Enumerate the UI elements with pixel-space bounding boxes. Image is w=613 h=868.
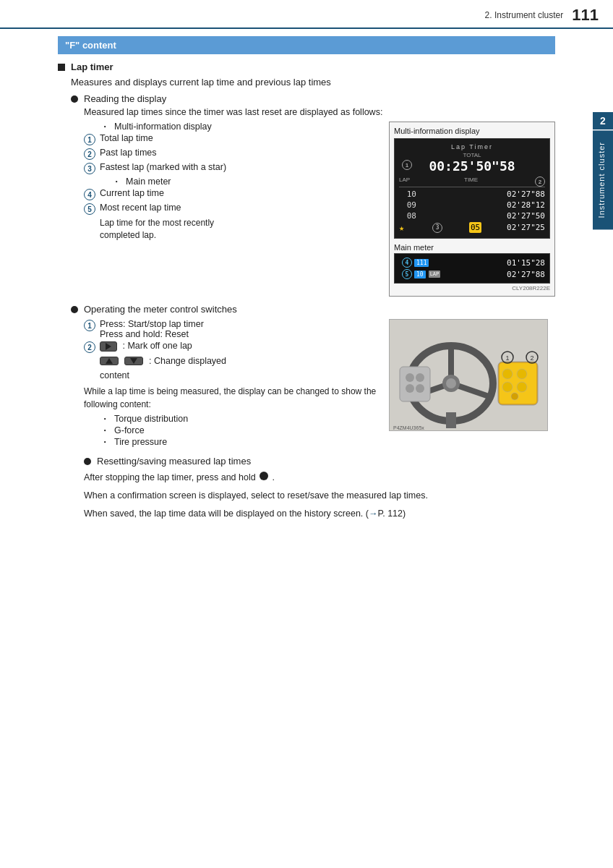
lcd-row-10: 10 02'27"88 [399, 189, 545, 200]
display-box-title: Multi-information display [394, 127, 550, 135]
op-circle-1: 1 [84, 320, 95, 331]
lcd-row-08: 08 02'27"50 [399, 210, 545, 221]
section-header: "F" content [58, 36, 555, 54]
svg-rect-19 [400, 367, 430, 401]
lcd-screen: Lap Timer TOTAL 1 00:25'50"58 LAP TIME 2 [394, 138, 550, 239]
lap-timer-label: Lap timer [71, 61, 113, 72]
op-item-1: 1 Press: Start/stop lap timer Press and … [84, 319, 377, 339]
resetting-label: Resetting/saving measured lap times [97, 456, 251, 467]
lap-num-10: 10 [399, 190, 416, 199]
svg-point-14 [511, 393, 518, 400]
tire-label: Tire pressure [114, 437, 167, 447]
op-circle-2: 2 [84, 341, 95, 353]
multi-info-item: ・ Multi-information display [100, 122, 377, 132]
lap-num-08: 08 [399, 211, 416, 221]
resetting-bullet: Resetting/saving measured lap times [84, 456, 555, 467]
main-content: "F" content Lap timer Measures and displ… [0, 29, 613, 539]
num-3-label: Fastest lap (marked with a star) [100, 162, 226, 172]
lap-timer-heading: Lap timer [58, 61, 555, 72]
arrow-right-icon [106, 343, 111, 350]
lap-num-09: 09 [399, 200, 416, 210]
meter-badge-1: 111 [414, 259, 429, 267]
side-tab-number: 2 [593, 112, 613, 129]
para2: When a confirmation screen is displayed,… [84, 489, 555, 503]
circle-1-icon: 1 [84, 134, 95, 145]
lcd-headers: LAP TIME 2 [399, 176, 545, 187]
left-column: ・ Multi-information display 1 Total lap … [84, 122, 377, 297]
main-meter-label: Main meter [394, 243, 550, 252]
display-box: Multi-information display Lap Timer TOTA… [389, 122, 555, 297]
op-item-1-text: Press: Start/stop lap timer [100, 319, 204, 329]
reading-display-bullet: Reading the display [71, 93, 555, 104]
arrow-p112: → [369, 509, 378, 519]
num-item-5: 5 Most recent lap time [84, 203, 377, 215]
main-meter-sub-label: Main meter [126, 176, 171, 187]
num-5-label: Most recent lap time [100, 203, 181, 213]
side-tab-label: Instrument cluster [593, 130, 613, 229]
lcd-total-label: TOTAL [399, 152, 545, 158]
two-col-layout: ・ Multi-information display 1 Total lap … [84, 122, 555, 297]
arrow-down-icon [130, 358, 137, 364]
bullet-icon [71, 95, 78, 103]
resetting-content: After stopping the lap timer, press and … [84, 471, 555, 520]
num-2-label: Past lap times [100, 148, 157, 158]
lcd-lap-timer-label: Lap Timer [399, 143, 545, 150]
lcd-total-time: 00:25'50"58 [429, 158, 515, 174]
svg-point-13 [517, 382, 527, 392]
hold-button-icon [260, 472, 268, 480]
torque-item: ・ Torque distribution [100, 414, 377, 424]
bullet-op-icon [71, 306, 78, 313]
circle-2-icon: 2 [84, 148, 95, 160]
operating-left-col: 1 Press: Start/stop lap timer Press and … [84, 319, 377, 448]
most-recent-desc: Lap time for the most recentlycompleted … [100, 217, 377, 242]
lap-badge: LAP [429, 271, 441, 278]
lap-time-10: 02'27"88 [507, 190, 545, 199]
meter-time-1: 01'15"28 [507, 258, 545, 268]
op-item-1-sub: Press and hold: Reset [100, 329, 204, 339]
bottom-space [0, 539, 613, 684]
while-text: While a lap time is being measured, the … [84, 385, 377, 411]
num-item-3: 3 Fastest lap (marked with a star) [84, 162, 377, 174]
operating-right-col: 1 2 P4ZM4U365x [389, 319, 555, 448]
svg-point-23 [416, 384, 424, 393]
svg-point-12 [502, 382, 513, 392]
svg-point-7 [446, 378, 456, 388]
arrow-right-btn [100, 341, 117, 352]
svg-text:P4ZM4U365x: P4ZM4U365x [393, 425, 424, 430]
img-credit: CLY208R222E [394, 285, 550, 292]
resetting-section: Resetting/saving measured lap times Afte… [71, 456, 555, 520]
arrow-up-btn [100, 357, 119, 365]
svg-point-20 [406, 373, 414, 382]
arrow-down-btn [124, 357, 143, 365]
operating-label: Operating the meter control switches [84, 304, 237, 315]
lap-time-09: 02'28"12 [507, 200, 545, 210]
right-column: Multi-information display Lap Timer TOTA… [389, 122, 555, 297]
page-header: 2. Instrument cluster 111 [0, 0, 613, 29]
circle-5-icon: 5 [84, 203, 95, 215]
para1: After stopping the lap timer, press and … [84, 471, 555, 485]
lap-num-05: 05 [469, 222, 481, 233]
num-4-label: Current lap time [100, 188, 164, 198]
torque-label: Torque distribution [114, 414, 188, 424]
change-content-label: : Change displayed [149, 356, 226, 366]
page-number: 111 [572, 6, 599, 25]
num-item-4: 4 Current lap time [84, 188, 377, 200]
svg-rect-2 [446, 412, 456, 428]
dot-bullet-2-icon: ・ [111, 176, 121, 187]
steering-illustration: 1 2 P4ZM4U365x [389, 319, 548, 431]
gforce-item: ・ G-force [100, 425, 377, 435]
op-item-2-text: : Mark off one lap [100, 341, 192, 352]
lap-time-08: 02'27"50 [507, 211, 545, 221]
main-meter-dot-item: ・ Main meter [111, 176, 377, 187]
reading-intro: Measured lap times since the timer was l… [84, 107, 555, 117]
meter-row-1: 4 111 01'15"28 [399, 257, 545, 268]
dot-bullet-icon: ・ [100, 122, 110, 132]
op-item-3: : Change displayed [100, 356, 377, 366]
svg-text:1: 1 [505, 354, 509, 362]
svg-point-11 [517, 369, 527, 379]
svg-point-22 [406, 384, 414, 393]
multi-info-label: Multi-information display [114, 122, 212, 132]
arrow-up-icon [106, 358, 113, 364]
svg-text:2: 2 [530, 354, 533, 362]
meter-row-2: 5 10 LAP 02'27"88 [399, 268, 545, 280]
